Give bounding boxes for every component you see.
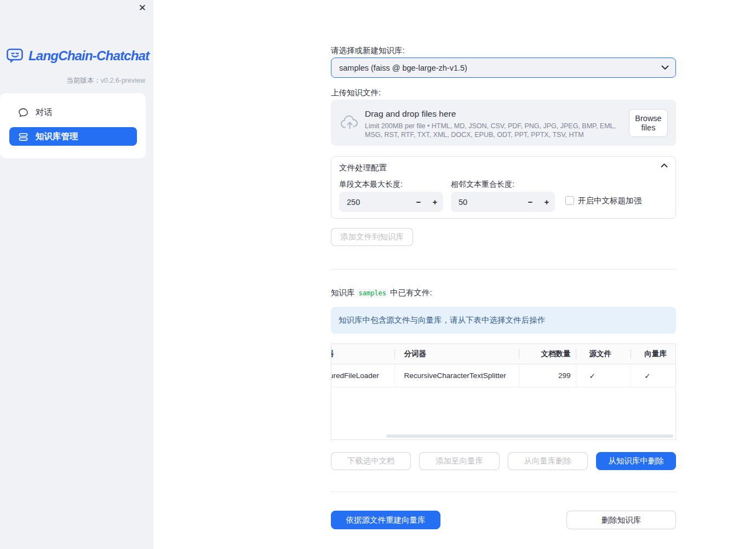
kb-files-prefix: 知识库 — [331, 288, 355, 297]
delete-from-kb-button[interactable]: 从知识库中删除 — [596, 452, 676, 470]
kb-files-table[interactable]: 器 分词器 文档数量 源文件 向量库 uredFileLoader Recurs… — [331, 344, 676, 440]
nav-item-dialogue[interactable]: 对话 — [9, 103, 137, 122]
chunk-size-input[interactable]: 250 — [339, 198, 410, 207]
dropzone-title: Drag and drop files here — [365, 109, 456, 119]
chevron-up-icon[interactable] — [661, 163, 668, 168]
kb-files-heading: 知识库samples中已有文件: — [331, 288, 432, 298]
kb-files-suffix: 中已有文件: — [390, 288, 432, 297]
dropzone-hint: Limit 200MB per file • HTML, MD, JSON, C… — [365, 122, 628, 139]
table-header-row: 器 分词器 文档数量 源文件 向量库 — [331, 344, 675, 364]
browse-files-button[interactable]: Browse files — [629, 109, 668, 137]
app-title: LangChain-Chatchat — [28, 48, 149, 64]
overlap-input[interactable]: 50 — [451, 198, 522, 207]
file-dropzone[interactable]: Drag and drop files here Limit 200MB per… — [331, 100, 676, 146]
chat-bubble-icon — [18, 107, 28, 118]
nav-item-label: 对话 — [36, 107, 53, 118]
info-alert-text: 知识库中包含源文件与向量库，请从下表中选择文件后操作 — [339, 315, 545, 325]
expander-title[interactable]: 文件处理配置 — [339, 163, 387, 173]
overlap-stepper: 50 − + — [451, 192, 555, 212]
chunk-size-stepper: 250 − + — [339, 192, 443, 212]
upload-cloud-icon — [340, 114, 360, 130]
kb-select-label: 请选择或新建知识库: — [331, 45, 405, 56]
cell-splitter: RecursiveCharacterTextSplitter — [394, 364, 519, 387]
rebuild-vector-store-button[interactable]: 依据源文件重建向量库 — [331, 511, 440, 529]
zh-title-enhance-label[interactable]: 开启中文标题加强 — [578, 196, 642, 206]
version-label: 当前版本： — [66, 77, 101, 84]
cell-vector-store-check: ✓ — [631, 364, 675, 387]
document-action-buttons: 下载选中文档 添加至向量库 从向量库删除 从知识库中删除 — [331, 452, 676, 470]
column-header-splitter: 分词器 — [394, 344, 519, 364]
column-header-doc-count: 文档数量 — [519, 344, 576, 364]
nav-item-knowledge-base[interactable]: 知识库管理 — [9, 127, 137, 146]
version-info: 当前版本：v0.2.6-preview — [66, 76, 145, 85]
sidebar: ✕ LangChain-Chatchat 当前版本：v0.2.6-preview… — [0, 0, 153, 549]
chunk-size-label: 单段文本最大长度: — [339, 180, 403, 190]
file-config-expander: 文件处理配置 单段文本最大长度: 相邻文本重合长度: 250 − + 50 − … — [331, 156, 676, 219]
overlap-increment-button[interactable]: + — [539, 197, 555, 207]
close-sidebar-button[interactable]: ✕ — [139, 3, 146, 13]
cell-doc-count: 299 — [519, 364, 576, 387]
chunk-size-decrement-button[interactable]: − — [410, 197, 427, 207]
overlap-label: 相邻文本重合长度: — [451, 180, 514, 190]
cell-source-file-check: ✓ — [576, 364, 631, 387]
delete-from-vector-store-button[interactable]: 从向量库删除 — [508, 452, 588, 470]
download-selected-docs-button[interactable]: 下载选中文档 — [331, 452, 411, 470]
add-files-to-kb-button[interactable]: 添加文件到知识库 — [331, 228, 413, 246]
delete-kb-button[interactable]: 删除知识库 — [566, 511, 676, 529]
column-header-vector-store: 向量库 — [631, 344, 675, 364]
info-alert: 知识库中包含源文件与向量库，请从下表中选择文件后操作 — [331, 307, 676, 334]
chat-smiley-logo-icon — [6, 47, 25, 65]
table-row[interactable]: uredFileLoader RecursiveCharacterTextSpl… — [331, 364, 675, 387]
add-to-vector-store-button[interactable]: 添加至向量库 — [419, 452, 499, 470]
table-horizontal-scrollbar[interactable] — [386, 434, 673, 438]
chunk-size-increment-button[interactable]: + — [427, 197, 443, 207]
kb-selectbox[interactable]: samples (faiss @ bge-large-zh-v1.5) — [331, 58, 676, 78]
divider — [331, 269, 676, 270]
overlap-decrement-button[interactable]: − — [522, 197, 539, 207]
app-logo: LangChain-Chatchat — [6, 47, 149, 65]
cell-loader: uredFileLoader — [331, 364, 394, 387]
list-stack-icon — [18, 131, 28, 142]
divider — [331, 491, 676, 492]
kb-selectbox-value: samples (faiss @ bge-large-zh-v1.5) — [339, 64, 661, 72]
main-content: 请选择或新建知识库: samples (faiss @ bge-large-zh… — [331, 0, 676, 549]
column-header-loader: 器 — [331, 344, 394, 364]
sidebar-nav: 对话 知识库管理 — [0, 93, 146, 158]
upload-label: 上传知识文件: — [331, 88, 381, 98]
zh-title-enhance-checkbox[interactable] — [565, 196, 574, 205]
column-header-source-file: 源文件 — [576, 344, 631, 364]
chevron-down-icon — [661, 65, 669, 70]
version-value: v0.2.6-preview — [101, 77, 145, 84]
kb-name-code: samples — [357, 289, 389, 298]
nav-item-label: 知识库管理 — [36, 131, 78, 142]
